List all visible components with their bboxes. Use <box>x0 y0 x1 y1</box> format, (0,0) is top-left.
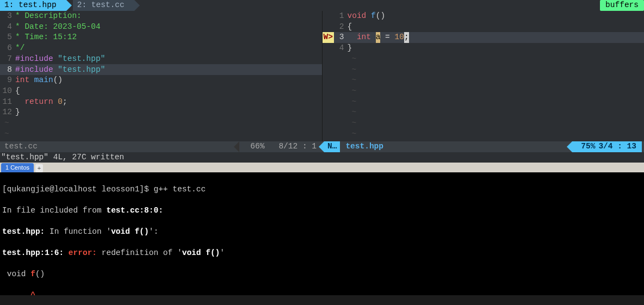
percent-indicator: 66% <box>247 141 268 152</box>
buffers-label[interactable]: buffers <box>600 0 644 11</box>
terminal-tab-1[interactable]: 1 Centos <box>1 163 34 172</box>
cursor: ; <box>404 32 409 43</box>
statusbar-filename: test.hpp <box>340 141 383 152</box>
command-line[interactable]: "test.hpp" 4L, 27C written <box>0 152 644 163</box>
position-badge: 75% 3/4 : 13 <box>572 141 642 152</box>
warning-sign: W> <box>323 32 334 43</box>
editor-pane-left[interactable]: 3* Description: 4* Date: 2023-05-04 5* T… <box>0 11 323 141</box>
position-indicator: 8/12 : 1 <box>275 141 320 152</box>
mode-badge: N… <box>324 141 340 152</box>
statusbar-filename: test.cc <box>2 141 38 152</box>
buffer-tab-2[interactable]: 2: test.cc <box>73 0 134 11</box>
editor-area: 1: test.hpp 2: test.cc buffers 3* Descri… <box>0 0 644 163</box>
chevron-left-icon <box>234 141 239 152</box>
buffer-tab-1[interactable]: 1: test.hpp <box>0 0 66 11</box>
statusbar-left: test.cc 66% 8/12 : 1 <box>0 141 322 152</box>
terminal[interactable]: [qukangjie@localhost leosson1]$ g++ test… <box>0 172 644 295</box>
buffer-tab-bar: 1: test.hpp 2: test.cc buffers <box>0 0 644 11</box>
editor-pane-right[interactable]: 1void f() 2{ W>3 int a = 10; 4} ~ ~ ~ ~ … <box>323 11 645 141</box>
statusbar-right: N… test.hpp 75% 3/4 : 13 <box>322 141 644 152</box>
add-tab-button[interactable]: + <box>35 164 43 172</box>
terminal-tab-bar: 1 Centos + <box>0 163 644 172</box>
